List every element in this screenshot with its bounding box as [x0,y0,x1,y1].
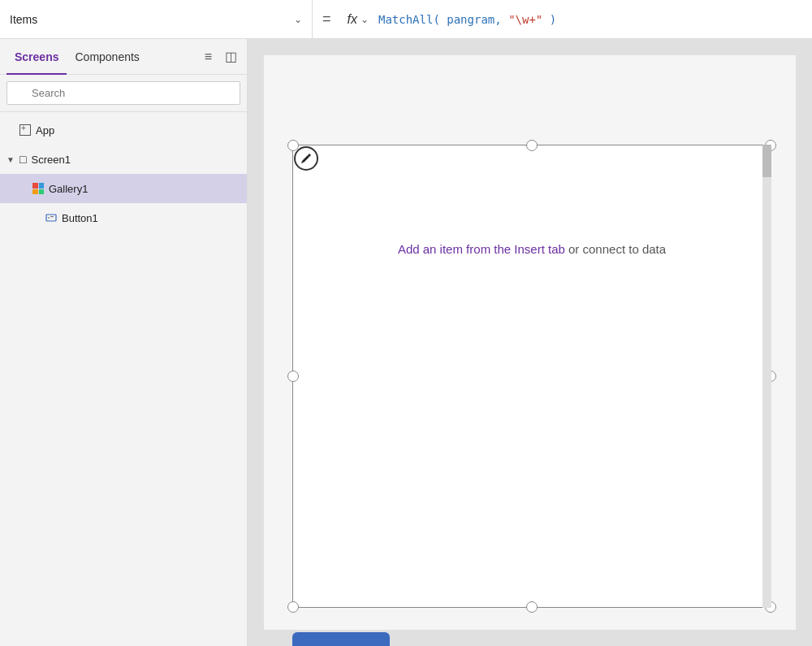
svg-rect-0 [46,215,56,221]
edit-button[interactable] [294,146,318,171]
button-component-icon [45,212,57,223]
screen-icon: □ [19,153,26,166]
canvas-button-pangram[interactable]: Pangram [292,632,390,646]
tab-screens[interactable]: Screens [6,39,67,75]
grid-view-icon[interactable]: ◫ [222,46,240,67]
canvas-wrapper: Add an item from the Insert tab or conne… [264,55,796,630]
tree-item-label-gallery1: Gallery1 [49,183,88,195]
formula-bar[interactable]: fx ⌄ MatchAll( pangram, "\w+" ) [341,0,812,39]
chevron-down-icon: ⌄ [294,14,302,25]
gallery-scrollbar-thumb[interactable] [762,145,771,177]
tree-item-screen1[interactable]: ▼ □ Screen1 [0,145,247,174]
tab-icons: ≡ ◫ [201,46,240,67]
app-icon [19,124,31,136]
formula-text: MatchAll( pangram, "\w+" ) [378,13,556,26]
top-bar: Items ⌄ = fx ⌄ MatchAll( pangram, "\w+" … [0,0,812,39]
handle-bottom-center[interactable] [526,601,538,613]
handle-bottom-left[interactable] [287,601,299,613]
tree-item-gallery1[interactable]: Gallery1 [0,174,247,203]
expand-icon-screen1: ▼ [6,155,19,164]
tree-item-button1[interactable]: Button1 [0,203,247,232]
fx-chevron-icon: ⌄ [361,14,369,25]
gallery-selection-box[interactable] [292,145,771,608]
tree-item-label-app: App [36,124,54,137]
tree: App ▼ □ Screen1 Gallery1 [0,112,247,646]
gallery-icon [32,183,44,194]
tree-item-label-screen1: Screen1 [31,154,70,166]
tree-item-app[interactable]: App [0,115,247,145]
search-input[interactable] [6,81,240,105]
formula-string: "\w+" [508,13,542,26]
property-label: Items [10,13,37,26]
gallery-scrollbar[interactable] [762,145,771,608]
left-panel: Screens Components ≡ ◫ 🔍 App ▼ □ Sc [0,39,248,646]
search-container: 🔍 [0,75,247,112]
equals-sign: = [313,11,341,28]
handle-top-center[interactable] [526,140,538,151]
main-area: Add an item from the Insert tab or conne… [248,39,812,646]
tabs-row: Screens Components ≡ ◫ [0,39,247,75]
tree-item-label-button1: Button1 [62,212,98,224]
handle-middle-left[interactable] [287,371,299,382]
fx-label: fx [348,12,357,27]
tab-components[interactable]: Components [67,39,147,75]
search-wrapper: 🔍 [6,81,240,105]
property-dropdown[interactable]: Items ⌄ [0,0,313,39]
list-view-icon[interactable]: ≡ [201,46,215,67]
